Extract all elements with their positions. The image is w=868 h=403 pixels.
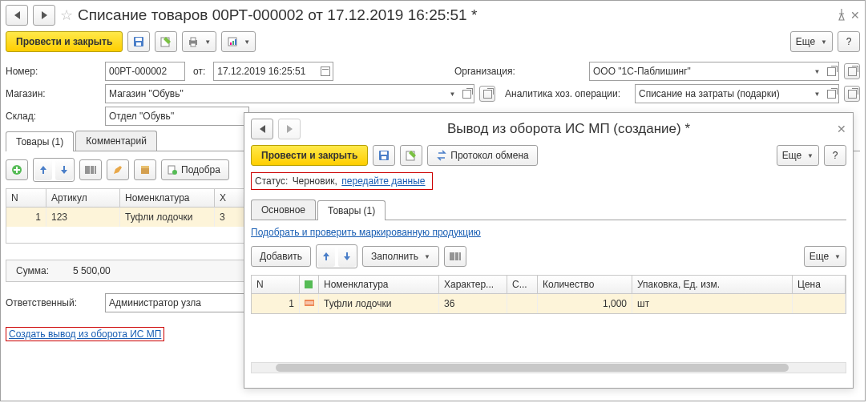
svg-rect-13 [141,166,149,168]
add-button[interactable]: Добавить [251,246,311,267]
status-action-link[interactable]: передайте данные [341,175,425,187]
more-button[interactable]: Еще▼ [790,31,833,52]
close-icon[interactable]: ✕ [850,9,860,22]
arrow-right-icon [42,11,47,19]
open-ref-button[interactable] [844,63,860,79]
more-button[interactable]: Еще▼ [804,246,846,267]
col-s: С... [507,276,538,293]
move-down-button[interactable] [338,246,356,267]
plus-circle-icon [11,164,22,175]
barcode-button[interactable] [444,246,466,267]
move-down-button[interactable] [55,159,73,180]
open-ref-button[interactable] [844,86,860,102]
open-ref-icon [848,67,857,76]
tab-main[interactable]: Основное [251,199,316,220]
floppy-disk-icon [133,36,144,47]
col-n: N [252,276,300,293]
svg-rect-6 [191,43,196,46]
col-n: N [6,189,46,207]
stock-button[interactable] [134,159,156,180]
table-row[interactable]: 1 Туфли лодочки 36 1,000 шт [252,294,846,313]
exchange-icon [436,150,447,161]
open-ref-icon [848,90,857,99]
svg-rect-20 [305,280,313,288]
reports-button[interactable]: ▼ [221,31,256,52]
org-field[interactable]: ООО "1С-Паблишинг" ▼ [589,62,839,81]
add-row-button[interactable] [6,159,28,180]
col-art: Артикул [46,189,120,207]
table-row[interactable]: 1 123 Туфли лодочки 3 [6,208,245,227]
date-label: от: [193,66,205,77]
help-button[interactable]: ? [838,31,860,52]
tab-goods[interactable]: Товары (1) [317,200,386,220]
move-up-button[interactable] [317,246,335,267]
post-button[interactable] [400,145,422,166]
nav-back-button[interactable] [251,119,273,139]
date-field[interactable]: 17.12.2019 16:25:51 [213,62,333,81]
svg-rect-17 [381,151,387,155]
status-label: Статус: [255,175,288,187]
open-icon[interactable] [459,85,474,103]
svg-rect-8 [230,42,232,45]
close-icon[interactable]: ✕ [837,123,846,135]
arrow-left-icon [260,125,265,133]
floppy-disk-icon [378,150,390,161]
pick-marked-link[interactable]: Подобрать и проверить маркированную прод… [251,227,481,238]
nav-forward-button[interactable] [33,5,55,26]
help-button[interactable]: ? [824,145,846,166]
favorite-star-icon[interactable]: ☆ [60,6,73,24]
move-up-button[interactable] [34,159,52,180]
scrollbar-thumb[interactable] [276,364,789,372]
pin-icon[interactable] [838,9,846,22]
mark-status-icon [305,298,314,308]
open-ref-icon [483,90,492,99]
post-and-close-button[interactable]: Провести и закрыть [251,145,368,166]
save-button[interactable] [373,145,395,166]
dropdown-icon[interactable]: ▼ [445,85,459,103]
open-icon[interactable] [824,85,838,103]
sum-value: 5 500,00 [73,265,111,276]
window-title: Списание товаров 00РТ-000002 от 17.12.20… [78,6,833,24]
create-withdraw-link[interactable]: Создать вывод из оборота ИС МП [9,328,161,340]
barcode-icon [85,164,96,175]
inner-window-title: Вывод из оборота ИС МП (создание) * [305,121,832,137]
horizontal-scrollbar[interactable] [251,362,846,373]
resp-field[interactable]: Администратор узла [105,293,249,312]
arrow-right-icon [287,125,293,133]
highlight-status: Статус: Черновик, передайте данные [251,172,433,190]
more-button[interactable]: Еще▼ [777,145,819,166]
arrow-down-icon [343,252,351,261]
number-field[interactable]: 00РТ-000002 [105,62,185,81]
edit-button[interactable] [107,159,129,180]
dropdown-icon[interactable]: ▼ [809,62,824,80]
svg-rect-2 [136,42,141,46]
dropdown-icon[interactable]: ▼ [809,85,824,103]
calendar-icon[interactable] [318,62,333,80]
nav-forward-button[interactable] [278,119,301,139]
warehouse-label: Склад: [6,111,100,122]
org-label: Организация: [454,66,584,77]
svg-rect-18 [382,156,386,159]
tab-goods[interactable]: Товары (1) [6,131,74,151]
box-icon [139,164,151,175]
barcode-icon [450,251,461,262]
svg-rect-12 [141,167,149,174]
analytics-field[interactable]: Списание на затраты (подарки) ▼ [635,84,839,103]
number-label: Номер: [6,66,100,77]
barcode-button[interactable] [79,159,102,180]
svg-rect-5 [191,38,196,41]
shop-field[interactable]: Магазин "Обувь" ▼ [105,84,474,103]
print-button[interactable]: ▼ [182,31,216,52]
post-button[interactable] [155,31,177,52]
open-ref-button[interactable] [479,86,495,102]
fill-button[interactable]: Заполнить▼ [362,246,439,267]
pick-button[interactable]: Подобра [161,159,229,180]
warehouse-field[interactable]: Отдел "Обувь" [105,107,249,126]
open-icon[interactable] [824,62,838,80]
nav-back-button[interactable] [6,5,28,26]
save-button[interactable] [127,31,150,52]
svg-point-15 [172,170,177,175]
protocol-button[interactable]: Протокол обмена [427,145,537,166]
tab-comment[interactable]: Комментарий [75,131,157,151]
post-and-close-button[interactable]: Провести и закрыть [6,31,123,52]
